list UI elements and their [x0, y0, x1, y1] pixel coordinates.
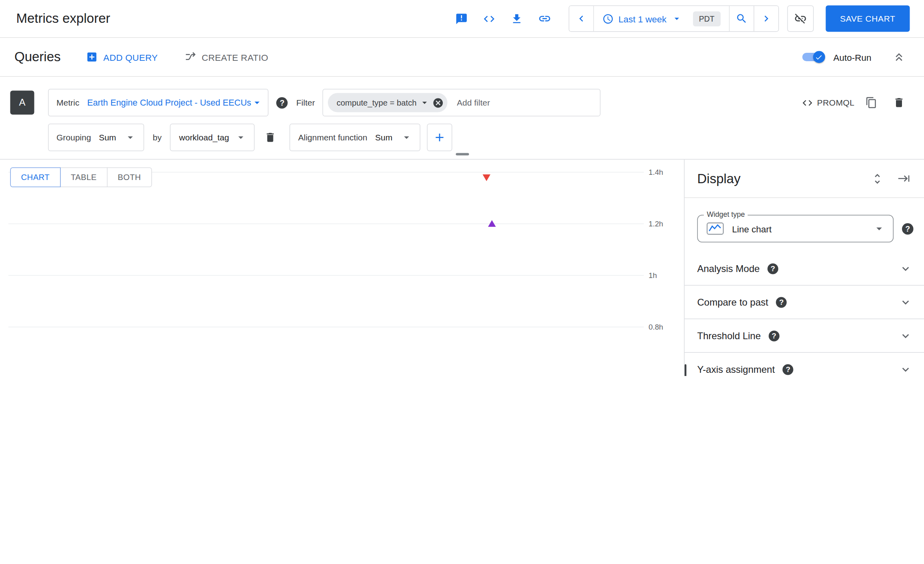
promql-button[interactable]: PROMQL [801, 97, 855, 108]
metric-label: Metric [49, 98, 87, 108]
time-back-button[interactable] [569, 6, 594, 31]
display-section-compare-to-past[interactable]: Compare to past ? [685, 286, 924, 319]
add-query-button[interactable]: ADD QUERY [86, 51, 158, 63]
time-range-group: Last 1 week PDT [568, 6, 779, 32]
delete-grouping-button[interactable] [260, 127, 281, 148]
code-icon [801, 97, 813, 108]
feedback-button[interactable] [451, 8, 472, 30]
display-panel: Display Widget type [684, 160, 924, 376]
delete-query-button[interactable] [888, 92, 910, 114]
group-by-value: workload_tag [179, 133, 229, 142]
display-header-icons [869, 170, 912, 187]
help-icon[interactable]: ? [783, 364, 793, 375]
group-by-selector[interactable]: workload_tag [170, 124, 255, 151]
double-chevron-up-icon [892, 50, 906, 64]
add-filter-input[interactable] [457, 98, 541, 108]
tab-chart[interactable]: CHART [10, 168, 61, 188]
queries-title: Queries [14, 49, 61, 65]
chevron-left-icon [575, 13, 587, 25]
create-ratio-button[interactable]: CREATE RATIO [184, 51, 268, 63]
metric-selector[interactable]: Metric Earth Engine Cloud Project - Used… [48, 89, 269, 116]
ratio-split-icon [184, 51, 196, 63]
chevron-down-icon [419, 97, 430, 108]
alignment-function-selector[interactable]: Alignment function Sum [290, 124, 421, 151]
time-zoom-button[interactable] [729, 6, 754, 31]
add-step-button[interactable] [427, 124, 452, 151]
plus-icon [433, 131, 446, 144]
resize-handle[interactable] [456, 153, 469, 156]
save-chart-button[interactable]: SAVE CHART [826, 6, 910, 32]
svg-text:1.2h: 1.2h [649, 220, 663, 228]
chevron-down-icon [251, 97, 263, 109]
alignment-value: Sum [375, 133, 392, 142]
trash-icon [265, 132, 277, 144]
query-row-actions: PROMQL [801, 92, 910, 114]
query-letter-badge: A [10, 91, 34, 115]
collapse-panel-button[interactable] [896, 170, 912, 187]
unfold-more-icon [871, 172, 884, 185]
filter-chip[interactable]: compute_type = batch [328, 93, 447, 112]
display-header: Display [685, 160, 924, 198]
chevron-down-icon [899, 296, 912, 309]
scatter-chart: 1.4h1.2h1h0.8h0.6h0.4h0.2h0UTC-7Jul 13Ju… [0, 160, 684, 376]
query-row-2: Grouping Sum by workload_tag Alignment f… [48, 124, 910, 151]
query-builder: A Metric Earth Engine Cloud Project - Us… [0, 77, 924, 160]
help-icon[interactable]: ? [776, 297, 787, 308]
download-icon [510, 12, 523, 25]
code-button[interactable] [478, 8, 500, 30]
by-label: by [153, 133, 162, 142]
grouping-selector[interactable]: Grouping Sum [48, 124, 145, 151]
toggle-thumb [813, 51, 825, 63]
unlink-button[interactable] [787, 6, 814, 32]
expand-all-button[interactable] [869, 170, 886, 187]
display-section-threshold-line[interactable]: Threshold Line ? [685, 319, 924, 353]
add-box-icon [86, 51, 98, 63]
tab-both[interactable]: BOTH [107, 168, 152, 188]
time-forward-button[interactable] [754, 6, 778, 31]
page-title: Metrics explorer [16, 11, 110, 26]
chevron-down-icon [873, 222, 886, 235]
link-button[interactable] [534, 8, 555, 30]
top-bar-actions: Last 1 week PDT SAVE CHART [451, 6, 910, 32]
clock-icon [602, 13, 614, 24]
search-icon [735, 13, 747, 25]
help-icon[interactable]: ? [767, 263, 778, 274]
chevron-down-icon [899, 363, 912, 376]
filter-box: compute_type = batch [323, 89, 601, 116]
grouping-label: Grouping [49, 133, 99, 142]
chevron-down-icon [899, 262, 912, 275]
display-section-analysis-mode[interactable]: Analysis Mode ? [685, 252, 924, 286]
promql-label: PROMQL [817, 98, 855, 108]
collapse-queries-button[interactable] [888, 46, 910, 68]
time-range-selector[interactable]: Last 1 week PDT [594, 6, 729, 31]
trash-icon [893, 97, 905, 109]
feedback-icon [455, 12, 468, 25]
filter-label: Filter [296, 98, 315, 108]
tab-table[interactable]: TABLE [60, 168, 108, 188]
metric-help-icon[interactable]: ? [277, 97, 288, 108]
display-section-y-axis-assignment[interactable]: Y-axis assignment ? [685, 353, 924, 376]
remove-filter-icon[interactable] [432, 97, 444, 108]
time-range-label: Last 1 week [619, 14, 667, 24]
svg-text:1h: 1h [649, 271, 657, 280]
widget-type-help-icon[interactable]: ? [902, 223, 914, 234]
link-off-icon [794, 12, 807, 25]
metric-value: Earth Engine Cloud Project - Used EECUs [87, 98, 251, 108]
widget-type-label: Widget type [704, 210, 748, 218]
link-icon [538, 12, 551, 25]
chevron-down-icon [401, 132, 413, 144]
help-icon[interactable]: ? [769, 330, 779, 341]
alignment-label: Alignment function [290, 133, 375, 142]
auto-run-toggle[interactable] [801, 50, 825, 64]
duplicate-query-button[interactable] [861, 92, 882, 114]
download-button[interactable] [506, 8, 528, 30]
chevron-down-icon [671, 13, 682, 24]
query-row-1: A Metric Earth Engine Cloud Project - Us… [10, 89, 910, 116]
top-bar: Metrics explorer Last 1 week [0, 0, 924, 38]
tab-right-icon [898, 172, 910, 185]
panel-scrollbar[interactable] [685, 364, 687, 376]
timezone-badge: PDT [693, 11, 721, 26]
chevron-right-icon [760, 13, 772, 25]
create-ratio-label: CREATE RATIO [202, 52, 269, 62]
widget-type-selector[interactable]: Widget type Line chart [697, 215, 894, 242]
